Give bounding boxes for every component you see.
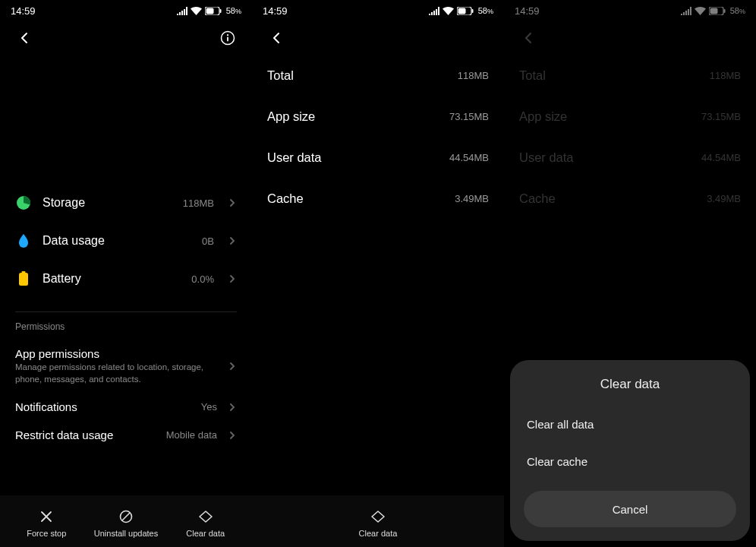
force-stop-button[interactable]: Force stop: [16, 507, 77, 538]
wifi-icon: [695, 7, 706, 15]
chevron-right-icon: [228, 431, 237, 440]
svg-rect-15: [723, 9, 725, 13]
signal-icon: [681, 7, 691, 15]
row-storage-label: Storage: [43, 196, 172, 210]
screen-storage-with-dialog: 14:59 58% Total 118MB App size 73.15MB: [504, 0, 756, 547]
row-total: Total 118MB: [519, 55, 741, 96]
battery-icon: [457, 7, 474, 15]
svg-rect-11: [458, 8, 465, 14]
battery-percent: 58%: [478, 6, 493, 15]
restrict-title: Restrict data usage: [15, 428, 159, 441]
row-app-size: App size 73.15MB: [519, 96, 741, 137]
sheet-option-clear-cache[interactable]: Clear cache: [524, 443, 736, 480]
uninstall-updates-button[interactable]: Uninstall updates: [94, 507, 158, 538]
svg-rect-1: [206, 8, 213, 14]
bottom-bar: Force stop Uninstall updates Clear data: [0, 495, 252, 547]
eraser-icon: [197, 507, 215, 526]
prohibit-icon: [117, 507, 135, 526]
screen-app-info: 14:59 58% Storage: [0, 0, 252, 547]
clear-data-sheet: Clear data Clear all data Clear cache Ca…: [510, 360, 750, 541]
notifications-value: Yes: [201, 401, 217, 413]
eraser-icon: [369, 507, 387, 526]
battery-percent: 58%: [730, 6, 745, 15]
top-bar: [252, 21, 504, 55]
top-bar: [0, 21, 252, 55]
clear-data-button[interactable]: Clear data: [175, 507, 236, 538]
signal-icon: [429, 7, 439, 15]
row-user-data: User data 44.54MB: [519, 137, 741, 178]
section-header-permissions: Permissions: [15, 321, 237, 332]
close-icon: [37, 507, 55, 526]
screen-storage-detail: 14:59 58% Total 118MB App size 73.15MB: [252, 0, 504, 547]
pie-chart-icon: [15, 194, 32, 211]
svg-rect-14: [710, 8, 717, 14]
info-button[interactable]: [217, 27, 238, 49]
droplet-icon: [15, 232, 32, 249]
app-permissions-title: App permissions: [15, 347, 220, 360]
status-bar: 14:59 58%: [252, 0, 504, 21]
status-time: 14:59: [263, 5, 288, 17]
status-bar: 14:59 58%: [504, 0, 756, 21]
chevron-right-icon: [228, 236, 237, 245]
back-button[interactable]: [14, 27, 35, 49]
svg-rect-12: [471, 9, 473, 13]
row-storage[interactable]: Storage 118MB: [15, 184, 237, 222]
status-time: 14:59: [515, 5, 540, 17]
row-app-permissions[interactable]: App permissions Manage permissions relat…: [15, 340, 237, 393]
notifications-title: Notifications: [15, 400, 194, 413]
row-storage-value: 118MB: [183, 198, 214, 209]
battery-percent: 58%: [226, 6, 241, 15]
row-cache: Cache 3.49MB: [267, 178, 489, 219]
sheet-cancel-button[interactable]: Cancel: [524, 491, 736, 527]
svg-rect-2: [219, 9, 221, 13]
svg-rect-7: [22, 271, 26, 273]
row-data-usage-label: Data usage: [43, 234, 191, 248]
clear-data-button[interactable]: Clear data: [348, 507, 408, 538]
row-user-data: User data 44.54MB: [267, 137, 489, 178]
row-cache: Cache 3.49MB: [519, 178, 741, 219]
row-battery[interactable]: Battery 0.0%: [15, 260, 237, 298]
row-app-size: App size 73.15MB: [267, 96, 489, 137]
back-button[interactable]: [266, 27, 287, 49]
row-battery-value: 0.0%: [191, 274, 214, 285]
row-data-usage-value: 0B: [202, 236, 214, 247]
app-permissions-subtitle: Manage permissions related to location, …: [15, 362, 220, 385]
row-notifications[interactable]: Notifications Yes: [15, 393, 237, 421]
bottom-bar: Clear data: [252, 495, 504, 547]
svg-point-4: [227, 34, 228, 36]
chevron-right-icon: [228, 198, 237, 207]
sheet-title: Clear data: [524, 377, 736, 392]
row-data-usage[interactable]: Data usage 0B: [15, 222, 237, 260]
battery-vertical-icon: [15, 270, 32, 287]
back-button[interactable]: [518, 27, 539, 49]
status-time: 14:59: [11, 5, 36, 17]
battery-icon: [709, 7, 726, 15]
chevron-right-icon: [228, 403, 237, 412]
sheet-option-clear-all[interactable]: Clear all data: [524, 406, 736, 443]
row-total: Total 118MB: [267, 55, 489, 96]
row-battery-label: Battery: [43, 272, 181, 286]
svg-rect-5: [227, 37, 228, 42]
divider: [15, 311, 237, 312]
battery-icon: [205, 7, 222, 15]
status-bar: 14:59 58%: [0, 0, 252, 21]
top-bar: [504, 21, 756, 55]
chevron-right-icon: [228, 362, 237, 371]
wifi-icon: [443, 7, 454, 15]
chevron-right-icon: [228, 274, 237, 283]
restrict-value: Mobile data: [166, 429, 217, 441]
svg-rect-8: [19, 273, 28, 286]
signal-icon: [177, 7, 187, 15]
row-restrict-data[interactable]: Restrict data usage Mobile data: [15, 421, 237, 449]
wifi-icon: [191, 7, 202, 15]
